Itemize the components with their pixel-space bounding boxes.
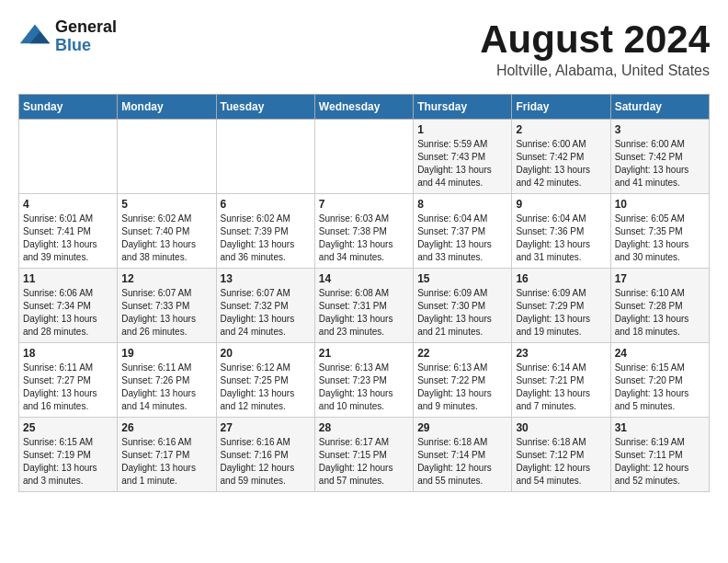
day-number: 31 xyxy=(615,421,705,434)
day-info: Sunrise: 6:04 AM Sunset: 7:36 PM Dayligh… xyxy=(516,213,606,264)
calendar-cell: 19Sunrise: 6:11 AM Sunset: 7:26 PM Dayli… xyxy=(118,343,216,418)
day-number: 10 xyxy=(615,198,705,211)
day-info: Sunrise: 6:02 AM Sunset: 7:39 PM Dayligh… xyxy=(221,213,311,264)
calendar-cell: 25Sunrise: 6:15 AM Sunset: 7:19 PM Dayli… xyxy=(19,418,118,492)
day-number: 1 xyxy=(417,123,507,136)
calendar-cell: 9Sunrise: 6:04 AM Sunset: 7:36 PM Daylig… xyxy=(512,194,610,269)
page-subtitle: Holtville, Alabama, United States xyxy=(480,63,710,79)
day-of-week-header: Tuesday xyxy=(216,95,314,120)
day-info: Sunrise: 6:15 AM Sunset: 7:19 PM Dayligh… xyxy=(23,436,113,488)
day-info: Sunrise: 6:02 AM Sunset: 7:40 PM Dayligh… xyxy=(121,213,211,264)
day-info: Sunrise: 6:16 AM Sunset: 7:16 PM Dayligh… xyxy=(221,436,311,488)
calendar-cell: 21Sunrise: 6:13 AM Sunset: 7:23 PM Dayli… xyxy=(314,343,413,418)
calendar-cell: 13Sunrise: 6:07 AM Sunset: 7:32 PM Dayli… xyxy=(216,269,314,343)
calendar-cell: 10Sunrise: 6:05 AM Sunset: 7:35 PM Dayli… xyxy=(610,194,709,269)
calendar-week-row: 25Sunrise: 6:15 AM Sunset: 7:19 PM Dayli… xyxy=(19,418,710,492)
day-info: Sunrise: 6:03 AM Sunset: 7:38 PM Dayligh… xyxy=(319,213,409,264)
day-number: 12 xyxy=(121,272,211,285)
calendar-cell: 11Sunrise: 6:06 AM Sunset: 7:34 PM Dayli… xyxy=(19,269,118,343)
day-number: 15 xyxy=(417,272,507,285)
day-number: 22 xyxy=(417,347,507,360)
calendar-cell: 30Sunrise: 6:18 AM Sunset: 7:12 PM Dayli… xyxy=(512,418,610,492)
calendar-cell: 14Sunrise: 6:08 AM Sunset: 7:31 PM Dayli… xyxy=(314,269,413,343)
day-number: 30 xyxy=(516,421,606,434)
day-info: Sunrise: 6:14 AM Sunset: 7:21 PM Dayligh… xyxy=(516,362,606,413)
calendar-cell: 2Sunrise: 6:00 AM Sunset: 7:42 PM Daylig… xyxy=(512,120,610,194)
day-number: 24 xyxy=(615,347,705,360)
calendar-cell: 26Sunrise: 6:16 AM Sunset: 7:17 PM Dayli… xyxy=(118,418,216,492)
day-info: Sunrise: 6:01 AM Sunset: 7:41 PM Dayligh… xyxy=(23,213,113,264)
calendar-cell xyxy=(216,120,314,194)
day-number: 8 xyxy=(417,198,507,211)
day-info: Sunrise: 6:07 AM Sunset: 7:33 PM Dayligh… xyxy=(121,287,211,339)
day-info: Sunrise: 6:18 AM Sunset: 7:12 PM Dayligh… xyxy=(516,436,606,488)
day-info: Sunrise: 6:09 AM Sunset: 7:30 PM Dayligh… xyxy=(417,287,507,339)
calendar-cell: 28Sunrise: 6:17 AM Sunset: 7:15 PM Dayli… xyxy=(314,418,413,492)
calendar-week-row: 18Sunrise: 6:11 AM Sunset: 7:27 PM Dayli… xyxy=(19,343,710,418)
day-info: Sunrise: 6:15 AM Sunset: 7:20 PM Dayligh… xyxy=(615,362,705,413)
day-info: Sunrise: 6:19 AM Sunset: 7:11 PM Dayligh… xyxy=(615,436,705,488)
day-number: 25 xyxy=(23,421,113,434)
calendar-cell xyxy=(118,120,216,194)
day-of-week-header: Friday xyxy=(512,95,610,120)
logo: General Blue xyxy=(18,18,117,55)
title-block: August 2024 Holtville, Alabama, United S… xyxy=(480,18,710,79)
calendar-cell: 7Sunrise: 6:03 AM Sunset: 7:38 PM Daylig… xyxy=(314,194,413,269)
calendar-table: SundayMondayTuesdayWednesdayThursdayFrid… xyxy=(18,94,710,492)
day-number: 14 xyxy=(319,272,409,285)
calendar-cell: 23Sunrise: 6:14 AM Sunset: 7:21 PM Dayli… xyxy=(512,343,610,418)
day-of-week-header: Wednesday xyxy=(314,95,413,120)
calendar-cell: 8Sunrise: 6:04 AM Sunset: 7:37 PM Daylig… xyxy=(414,194,512,269)
day-of-week-header: Thursday xyxy=(414,95,512,120)
day-number: 16 xyxy=(516,272,606,285)
calendar-cell: 12Sunrise: 6:07 AM Sunset: 7:33 PM Dayli… xyxy=(118,269,216,343)
day-number: 26 xyxy=(121,421,211,434)
day-number: 3 xyxy=(615,123,705,136)
day-number: 11 xyxy=(23,272,113,285)
day-number: 5 xyxy=(121,198,211,211)
calendar-cell: 27Sunrise: 6:16 AM Sunset: 7:16 PM Dayli… xyxy=(216,418,314,492)
day-number: 19 xyxy=(121,347,211,360)
day-info: Sunrise: 5:59 AM Sunset: 7:43 PM Dayligh… xyxy=(417,138,507,190)
calendar-week-row: 4Sunrise: 6:01 AM Sunset: 7:41 PM Daylig… xyxy=(19,194,710,269)
calendar-cell: 31Sunrise: 6:19 AM Sunset: 7:11 PM Dayli… xyxy=(610,418,709,492)
calendar-cell: 3Sunrise: 6:00 AM Sunset: 7:42 PM Daylig… xyxy=(610,120,709,194)
calendar-cell: 4Sunrise: 6:01 AM Sunset: 7:41 PM Daylig… xyxy=(19,194,118,269)
calendar-header-row: SundayMondayTuesdayWednesdayThursdayFrid… xyxy=(19,95,710,120)
calendar-cell xyxy=(314,120,413,194)
calendar-cell: 24Sunrise: 6:15 AM Sunset: 7:20 PM Dayli… xyxy=(610,343,709,418)
day-info: Sunrise: 6:09 AM Sunset: 7:29 PM Dayligh… xyxy=(516,287,606,339)
day-number: 23 xyxy=(516,347,606,360)
day-number: 29 xyxy=(417,421,507,434)
calendar-cell: 18Sunrise: 6:11 AM Sunset: 7:27 PM Dayli… xyxy=(19,343,118,418)
calendar-cell: 1Sunrise: 5:59 AM Sunset: 7:43 PM Daylig… xyxy=(414,120,512,194)
day-info: Sunrise: 6:18 AM Sunset: 7:14 PM Dayligh… xyxy=(417,436,507,488)
day-info: Sunrise: 6:13 AM Sunset: 7:23 PM Dayligh… xyxy=(319,362,409,413)
day-info: Sunrise: 6:16 AM Sunset: 7:17 PM Dayligh… xyxy=(121,436,211,488)
logo-text: General Blue xyxy=(55,18,117,55)
calendar-body: 1Sunrise: 5:59 AM Sunset: 7:43 PM Daylig… xyxy=(19,120,710,492)
day-of-week-header: Sunday xyxy=(19,95,118,120)
calendar-cell: 16Sunrise: 6:09 AM Sunset: 7:29 PM Dayli… xyxy=(512,269,610,343)
day-info: Sunrise: 6:11 AM Sunset: 7:27 PM Dayligh… xyxy=(23,362,113,413)
calendar-cell: 6Sunrise: 6:02 AM Sunset: 7:39 PM Daylig… xyxy=(216,194,314,269)
day-info: Sunrise: 6:17 AM Sunset: 7:15 PM Dayligh… xyxy=(319,436,409,488)
day-number: 20 xyxy=(221,347,311,360)
calendar-week-row: 11Sunrise: 6:06 AM Sunset: 7:34 PM Dayli… xyxy=(19,269,710,343)
day-info: Sunrise: 6:04 AM Sunset: 7:37 PM Dayligh… xyxy=(417,213,507,264)
logo-icon xyxy=(18,20,51,53)
day-of-week-header: Saturday xyxy=(610,95,709,120)
calendar-cell: 20Sunrise: 6:12 AM Sunset: 7:25 PM Dayli… xyxy=(216,343,314,418)
day-number: 21 xyxy=(319,347,409,360)
day-number: 28 xyxy=(319,421,409,434)
calendar-cell: 22Sunrise: 6:13 AM Sunset: 7:22 PM Dayli… xyxy=(414,343,512,418)
day-number: 7 xyxy=(319,198,409,211)
day-number: 17 xyxy=(615,272,705,285)
day-number: 18 xyxy=(23,347,113,360)
day-number: 13 xyxy=(221,272,311,285)
day-info: Sunrise: 6:11 AM Sunset: 7:26 PM Dayligh… xyxy=(121,362,211,413)
day-info: Sunrise: 6:05 AM Sunset: 7:35 PM Dayligh… xyxy=(615,213,705,264)
day-info: Sunrise: 6:07 AM Sunset: 7:32 PM Dayligh… xyxy=(221,287,311,339)
day-info: Sunrise: 6:10 AM Sunset: 7:28 PM Dayligh… xyxy=(615,287,705,339)
day-number: 4 xyxy=(23,198,113,211)
